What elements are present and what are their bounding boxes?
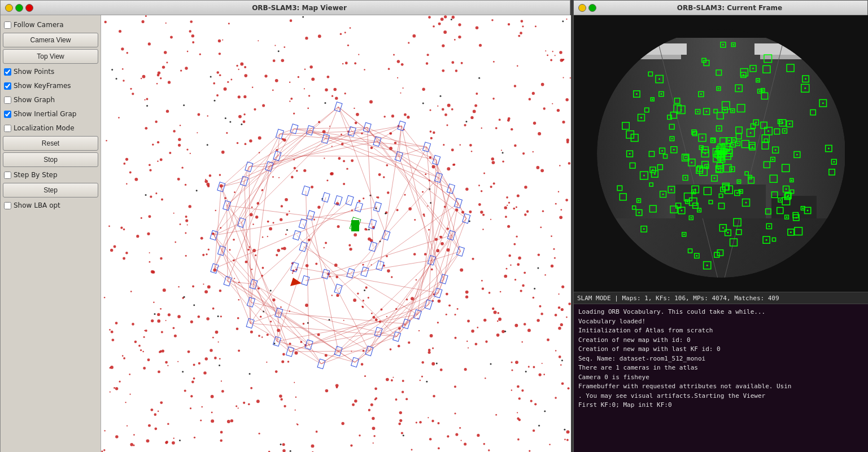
- current-frame-title: ORB-SLAM3: Current Frame: [596, 4, 863, 12]
- frame-maximize-btn[interactable]: [588, 4, 596, 12]
- maximize-btn[interactable]: [15, 4, 23, 12]
- camera-view-button[interactable]: Camera View: [3, 33, 98, 47]
- show-keyframes-label[interactable]: Show KeyFrames: [14, 82, 71, 90]
- follow-camera-row: Follow Camera: [3, 19, 98, 31]
- console-line: There are 1 cameras in the atlas: [578, 363, 864, 373]
- show-inertial-graph-checkbox[interactable]: [4, 111, 11, 118]
- show-graph-row: Show Graph: [3, 94, 98, 106]
- show-lba-opt-checkbox[interactable]: [4, 202, 11, 209]
- console-line: . You may see visual artifacts.Starting …: [578, 392, 864, 401]
- reset-button[interactable]: Reset: [3, 136, 98, 151]
- console-line: Vocabulary loaded!: [578, 317, 864, 327]
- console-line: Framebuffer with requested attributes no…: [578, 382, 864, 392]
- follow-camera-checkbox[interactable]: [4, 21, 11, 29]
- stop-button[interactable]: Stop: [3, 152, 98, 167]
- map-viewer-title: ORB-SLAM3: Map Viewer: [33, 4, 565, 12]
- camera-view-area: [574, 15, 868, 292]
- console-line: Creation of new map with last KF id: 0: [578, 345, 864, 354]
- close-btn[interactable]: [25, 4, 33, 12]
- left-control-panel: Follow Camera Camera View Top View Show …: [1, 15, 101, 452]
- show-points-checkbox[interactable]: [4, 68, 11, 76]
- minimize-btn[interactable]: [5, 4, 13, 12]
- status-bar: SLAM MODE | Maps: 1, KFs: 106, MPs: 4074…: [574, 292, 868, 304]
- show-keyframes-row: Show KeyFrames: [3, 80, 98, 92]
- current-frame-titlebar: ORB-SLAM3: Current Frame: [574, 1, 867, 15]
- frame-minimize-btn[interactable]: [578, 4, 586, 12]
- frame-window-controls: [578, 4, 596, 12]
- frame-render-canvas: [574, 15, 868, 292]
- show-lba-opt-label[interactable]: Show LBA opt: [14, 201, 60, 209]
- console-line: First KF:0; Map init KF:0: [578, 401, 864, 410]
- step-by-step-checkbox[interactable]: [4, 172, 11, 179]
- show-inertial-graph-label[interactable]: Show Inertial Grap: [14, 110, 76, 118]
- show-keyframes-checkbox[interactable]: [4, 82, 11, 90]
- step-button[interactable]: Step: [3, 183, 98, 198]
- console-line: Creation of new map with id: 0: [578, 336, 864, 345]
- map-viewer-window: ORB-SLAM3: Map Viewer Follow Camera Came…: [0, 0, 570, 452]
- console-line: Initialization of Atlas from scratch: [578, 326, 864, 336]
- step-by-step-row: Step By Step: [3, 169, 98, 181]
- localization-mode-label[interactable]: Localization Mode: [14, 124, 75, 132]
- top-view-button[interactable]: Top View: [3, 49, 98, 64]
- show-lba-opt-row: Show LBA opt: [3, 199, 98, 212]
- show-points-label[interactable]: Show Points: [14, 68, 54, 76]
- show-graph-checkbox[interactable]: [4, 96, 11, 104]
- console-line: Seq. Name: dataset-room1_512_monoi: [578, 354, 864, 364]
- step-by-step-label[interactable]: Step By Step: [14, 171, 58, 179]
- console-line: Loading ORB Vocabulary. This could take …: [578, 308, 864, 317]
- show-inertial-graph-row: Show Inertial Grap: [3, 108, 98, 120]
- console-line: Camera 0 is fisheye: [578, 373, 864, 383]
- status-text: SLAM MODE | Maps: 1, KFs: 106, MPs: 4074…: [577, 295, 779, 302]
- follow-camera-label[interactable]: Follow Camera: [14, 21, 64, 29]
- current-frame-window: ORB-SLAM3: Current Frame SLAM MODE | Map…: [573, 0, 868, 452]
- map-render-canvas: [101, 15, 571, 452]
- map-viewer-titlebar: ORB-SLAM3: Map Viewer: [1, 1, 570, 15]
- map-viewer-window-controls: [5, 4, 33, 12]
- show-graph-label[interactable]: Show Graph: [14, 96, 55, 104]
- console-area: Loading ORB Vocabulary. This could take …: [574, 304, 868, 452]
- map-canvas[interactable]: [101, 15, 571, 452]
- localization-mode-row: Localization Mode: [3, 122, 98, 134]
- show-points-row: Show Points: [3, 65, 98, 78]
- localization-mode-checkbox[interactable]: [4, 125, 11, 132]
